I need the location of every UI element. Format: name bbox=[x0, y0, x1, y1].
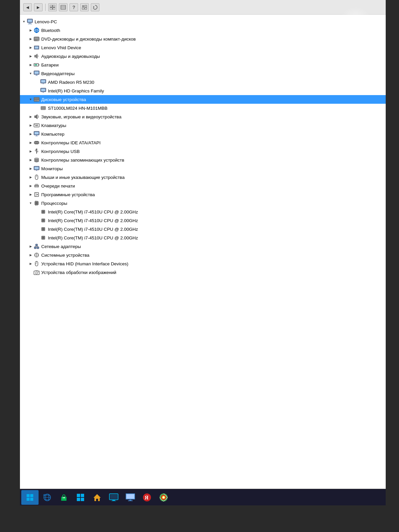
tree-item-print[interactable]: ▶Очереди печати bbox=[20, 182, 386, 190]
svg-rect-103 bbox=[35, 270, 38, 271]
tree-item-cpu3[interactable]: Intel(R) Core(TM) i7-4510U CPU @ 2.00GHz bbox=[20, 225, 386, 233]
taskbar: e bbox=[20, 489, 386, 505]
tree-item-monitors[interactable]: ▶Мониторы bbox=[20, 164, 386, 173]
audio-icon bbox=[33, 53, 40, 59]
svg-rect-67 bbox=[35, 184, 38, 185]
tree-item-network[interactable]: ▶Сетевые адаптеры bbox=[20, 242, 386, 251]
svg-rect-42 bbox=[41, 108, 46, 108]
tree-item-bluetooth[interactable]: ▶Bluetooth bbox=[20, 26, 386, 35]
st1000-label: ST1000LM024 HN-M101MBB bbox=[48, 106, 107, 111]
svg-rect-119 bbox=[81, 498, 84, 501]
software-icon bbox=[33, 192, 40, 198]
monitor-button[interactable] bbox=[122, 490, 138, 505]
tree-item-st1000[interactable]: ST1000LM024 HN-M101MBB bbox=[20, 104, 386, 112]
lenovo-vhid-icon bbox=[33, 45, 40, 51]
tree-item-battery[interactable]: ▶Батареи bbox=[20, 61, 386, 69]
svg-marker-43 bbox=[35, 114, 37, 119]
mice-icon bbox=[33, 174, 40, 180]
svg-rect-124 bbox=[111, 501, 116, 501]
tree-item-cpu1[interactable]: Intel(R) Core(TM) i7-4510U CPU @ 2.00GHz bbox=[20, 207, 386, 216]
battery-label: Батареи bbox=[41, 63, 59, 67]
tree-item-dvd[interactable]: ▶DVD-дисководы и дисководы компакт-диско… bbox=[20, 35, 386, 43]
svg-rect-36 bbox=[41, 89, 45, 91]
tree-item-usb[interactable]: ▶Контроллеры USB bbox=[20, 147, 386, 156]
svg-rect-63 bbox=[36, 170, 37, 171]
svg-rect-13 bbox=[28, 20, 32, 22]
back-button[interactable]: ◄ bbox=[23, 3, 32, 11]
refresh-button[interactable] bbox=[91, 3, 99, 11]
tree-item-cpu4[interactable]: Intel(R) Core(TM) i7-4510U CPU @ 2.00GHz bbox=[20, 233, 386, 242]
keyboard-expand-arrow: ▶ bbox=[28, 123, 33, 128]
tree-item-cpu2[interactable]: Intel(R) Core(TM) i7-4510U CPU @ 2.00GHz bbox=[20, 216, 386, 225]
tree-item-hid[interactable]: ▶Устройства HID (Human Interface Devices… bbox=[20, 259, 386, 268]
tree-item-keyboard[interactable]: ▶Клавиатуры bbox=[20, 121, 386, 130]
home-button[interactable] bbox=[89, 490, 105, 505]
tree-item-ide[interactable]: ▶Контроллеры IDE ATA/ATAPI bbox=[20, 138, 386, 147]
toolbar-icon-1 bbox=[50, 5, 55, 10]
tree-item-cpu[interactable]: ▼Процессоры bbox=[20, 199, 386, 207]
mice-expand-arrow: ▶ bbox=[28, 175, 33, 180]
tree-item-computer[interactable]: ▶Компьютер bbox=[20, 130, 386, 138]
screen-button[interactable] bbox=[106, 490, 122, 505]
svg-rect-47 bbox=[37, 124, 38, 125]
network-label: Сетевые адаптеры bbox=[41, 244, 81, 249]
tree-item-amd[interactable]: AMD Radeon R5 M230 bbox=[20, 78, 386, 86]
cpu4-icon bbox=[40, 235, 47, 241]
tree-item-video[interactable]: ▼Видеоадаптеры bbox=[20, 69, 386, 78]
svg-rect-3 bbox=[53, 8, 55, 10]
tree-item-sound[interactable]: ▶Звуковые, игровые и видеоустройства bbox=[20, 112, 386, 121]
yandex-button[interactable]: Я bbox=[139, 490, 155, 505]
cpu-label: Процессоры bbox=[41, 201, 67, 206]
tree-item-audio[interactable]: ▶Аудиовходы и аудиовыходы bbox=[20, 52, 386, 61]
svg-rect-118 bbox=[77, 498, 80, 501]
tree-item-intel-hd[interactable]: Intel(R) HD Graphics Family bbox=[20, 86, 386, 95]
forward-button[interactable]: ► bbox=[34, 3, 43, 11]
cpu-expand-arrow: ▼ bbox=[28, 200, 33, 206]
root-expand-arrow: ▼ bbox=[21, 19, 27, 24]
hid-label: Устройства HID (Human Interface Devices) bbox=[41, 261, 128, 266]
svg-rect-105 bbox=[27, 494, 30, 497]
view-btn-2[interactable] bbox=[59, 3, 67, 11]
store-button[interactable] bbox=[56, 490, 72, 505]
dvd-icon bbox=[33, 36, 40, 42]
svg-point-100 bbox=[35, 263, 36, 264]
ie-button[interactable]: e bbox=[39, 490, 55, 505]
screen-icon bbox=[109, 493, 118, 501]
chrome-button[interactable] bbox=[156, 490, 172, 505]
tree-item-imaging[interactable]: Устройства обработки изображений bbox=[20, 268, 386, 277]
disk-devices-expand-arrow: ▼ bbox=[28, 97, 33, 102]
help-button[interactable]: ? bbox=[69, 3, 78, 11]
start-button[interactable] bbox=[21, 490, 39, 505]
mice-label: Мыши и иные указывающие устройства bbox=[41, 175, 125, 180]
svg-rect-88 bbox=[37, 247, 39, 249]
cpu2-label: Intel(R) Core(TM) i7-4510U CPU @ 2.00GHz bbox=[48, 218, 138, 223]
tree-item-software[interactable]: ▶Программные устройства bbox=[20, 190, 386, 199]
windows-button[interactable] bbox=[72, 490, 88, 505]
svg-rect-128 bbox=[128, 500, 133, 501]
tree-item-disk-devices[interactable]: ▼Дисковые устройства bbox=[20, 95, 386, 104]
svg-rect-51 bbox=[36, 135, 37, 136]
cpu3-icon bbox=[40, 226, 47, 232]
svg-point-40 bbox=[38, 100, 39, 101]
dvd-expand-arrow: ▶ bbox=[28, 36, 33, 42]
bluetooth-label: Bluetooth bbox=[41, 28, 60, 33]
usb-expand-arrow: ▶ bbox=[28, 149, 33, 154]
view-btn-3[interactable] bbox=[80, 3, 89, 11]
tree-item-system[interactable]: ▶Системные устройства bbox=[20, 251, 386, 259]
chrome-icon bbox=[159, 493, 168, 502]
svg-rect-87 bbox=[34, 247, 36, 249]
svg-rect-89 bbox=[36, 244, 38, 246]
tree-items-container: ▶Bluetooth▶DVD-дисководы и дисководы ком… bbox=[20, 26, 386, 277]
svg-rect-23 bbox=[35, 47, 38, 49]
root-label: Lenovo-PC bbox=[35, 19, 57, 24]
software-label: Программные устройства bbox=[41, 192, 95, 197]
svg-marker-24 bbox=[35, 54, 37, 59]
tree-item-mice[interactable]: ▶Мыши и иные указывающие устройства bbox=[20, 173, 386, 182]
tree-item-storage[interactable]: ▶Контроллеры запоминающих устройств bbox=[20, 156, 386, 164]
cpu1-icon bbox=[40, 209, 47, 215]
svg-rect-53 bbox=[34, 142, 39, 144]
tree-item-lenovo-vhid[interactable]: ▶Lenovo Vhid Device bbox=[20, 43, 386, 52]
svg-rect-80 bbox=[42, 211, 44, 213]
view-btn-1[interactable] bbox=[48, 3, 57, 11]
tree-root[interactable]: ▼ Lenovo-PC bbox=[20, 17, 386, 26]
